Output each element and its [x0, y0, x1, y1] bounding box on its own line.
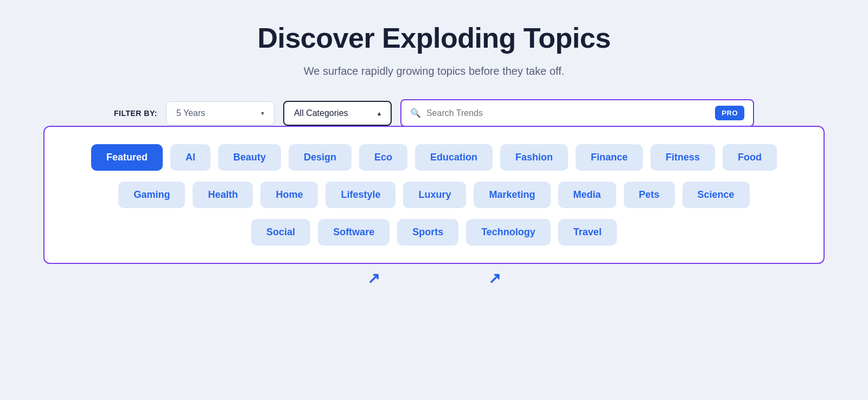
- pro-badge[interactable]: PRO: [715, 106, 744, 120]
- chevron-up-icon: ▴: [378, 109, 381, 117]
- search-icon: 🔍: [410, 108, 421, 118]
- search-input[interactable]: [426, 108, 710, 118]
- bottom-hint: ↗ ↗: [43, 264, 825, 287]
- time-dropdown-value: 5 Years: [176, 108, 205, 118]
- category-dropdown[interactable]: All Categories ▴: [283, 101, 392, 126]
- hero-title: Discover Exploding Topics: [257, 22, 610, 54]
- category-btn-luxury[interactable]: Luxury: [403, 182, 466, 208]
- search-wrapper: 🔍 PRO: [400, 99, 754, 127]
- category-btn-science[interactable]: Science: [682, 182, 750, 208]
- category-btn-pets[interactable]: Pets: [624, 182, 675, 208]
- time-dropdown[interactable]: 5 Years ▾: [166, 101, 275, 125]
- category-btn-marketing[interactable]: Marketing: [474, 182, 550, 208]
- category-row-2: GamingHealthHomeLifestyleLuxuryMarketing…: [64, 182, 804, 208]
- category-btn-featured[interactable]: Featured: [91, 144, 163, 171]
- category-btn-technology[interactable]: Technology: [466, 219, 551, 246]
- category-dropdown-value: All Categories: [294, 108, 348, 118]
- hero-subtitle: We surface rapidly growing topics before…: [304, 65, 565, 78]
- category-btn-social[interactable]: Social: [251, 219, 310, 246]
- category-btn-gaming[interactable]: Gaming: [118, 182, 185, 208]
- category-btn-home[interactable]: Home: [260, 182, 318, 208]
- category-row-1: FeaturedAIBeautyDesignEcoEducationFashio…: [64, 144, 804, 171]
- category-btn-fitness[interactable]: Fitness: [650, 144, 715, 171]
- category-btn-beauty[interactable]: Beauty: [218, 144, 281, 171]
- category-btn-food[interactable]: Food: [723, 144, 777, 171]
- filter-bar: FILTER BY: 5 Years ▾ All Categories ▴ 🔍 …: [108, 99, 760, 127]
- category-btn-design[interactable]: Design: [289, 144, 352, 171]
- category-btn-health[interactable]: Health: [193, 182, 253, 208]
- categories-panel: FeaturedAIBeautyDesignEcoEducationFashio…: [43, 126, 825, 264]
- page-wrapper: Discover Exploding Topics We surface rap…: [0, 0, 868, 400]
- category-btn-fashion[interactable]: Fashion: [500, 144, 568, 171]
- filter-by-label: FILTER BY:: [114, 109, 157, 118]
- category-btn-ai[interactable]: AI: [170, 144, 210, 171]
- category-btn-education[interactable]: Education: [415, 144, 493, 171]
- category-btn-finance[interactable]: Finance: [576, 144, 643, 171]
- chevron-down-icon: ▾: [261, 109, 264, 117]
- category-btn-sports[interactable]: Sports: [397, 219, 458, 246]
- category-btn-eco[interactable]: Eco: [359, 144, 407, 171]
- category-btn-media[interactable]: Media: [558, 182, 616, 208]
- left-arrow-icon: ↗: [367, 269, 380, 287]
- right-arrow-icon: ↗: [488, 269, 501, 287]
- category-btn-software[interactable]: Software: [318, 219, 390, 246]
- category-row-3: SocialSoftwareSportsTechnologyTravel: [64, 219, 804, 246]
- category-btn-lifestyle[interactable]: Lifestyle: [326, 182, 395, 208]
- category-btn-travel[interactable]: Travel: [558, 219, 617, 246]
